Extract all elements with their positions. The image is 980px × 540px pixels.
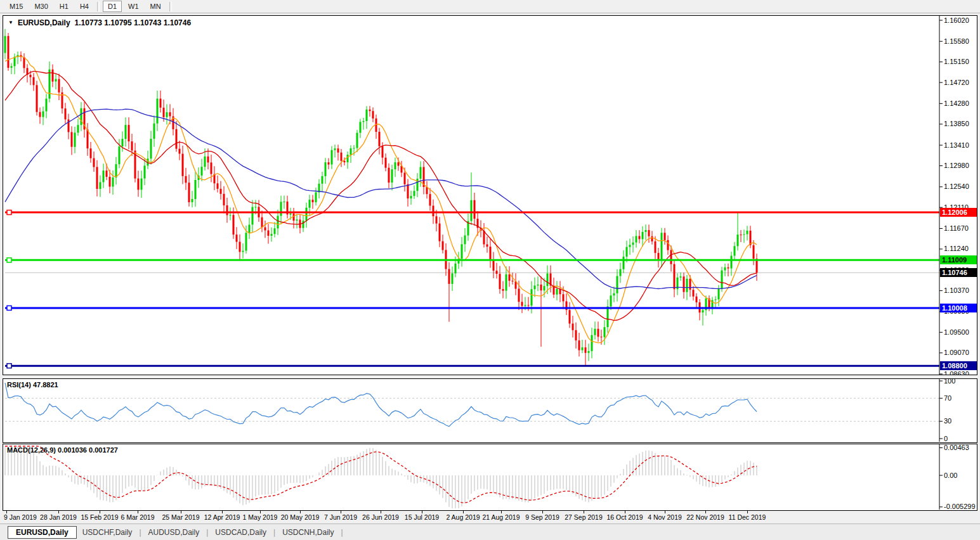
timeframe-button-w1[interactable]: W1 bbox=[123, 1, 144, 12]
tab-separator: | bbox=[139, 528, 141, 537]
mt4-chart-screen: M15M30H1H4D1W1MN ▼ EURUSD,Daily 1.10773 … bbox=[0, 0, 980, 540]
timeframe-button-m30[interactable]: M30 bbox=[29, 1, 53, 12]
macd-axis-tick: 0.00463 bbox=[944, 444, 969, 452]
price-badge-level: 1.12006 bbox=[940, 208, 977, 217]
main-chart-window[interactable]: ▼ EURUSD,Daily 1.10773 1.10795 1.10743 1… bbox=[3, 15, 977, 375]
macd-axis-tick: -0.005299 bbox=[944, 503, 976, 511]
rsi-axis-tick: 100 bbox=[944, 378, 955, 385]
toolbar-separator bbox=[97, 2, 100, 11]
rsi-axis-tick: 30 bbox=[944, 417, 951, 425]
rsi-label: RSI(14) 47.8821 bbox=[7, 381, 58, 389]
price-axis-tick: 1.10370 bbox=[944, 286, 969, 295]
price-axis-tick: 1.15150 bbox=[944, 58, 969, 66]
chart-title: ▼ EURUSD,Daily 1.10773 1.10795 1.10743 1… bbox=[8, 18, 191, 27]
price-badge-level: 1.11009 bbox=[940, 255, 977, 264]
date-label: 11 Dec 2019 bbox=[729, 513, 766, 521]
macd-indicator-window[interactable]: MACD(12,26,9) 0.001036 0.001727 0.004630… bbox=[3, 444, 977, 511]
macd-signal-line bbox=[5, 446, 757, 503]
timeframe-button-mn[interactable]: MN bbox=[145, 1, 166, 12]
ma-55-line bbox=[5, 109, 757, 288]
timeframe-button-d1[interactable]: D1 bbox=[103, 1, 122, 12]
tab-separator: | bbox=[273, 528, 275, 537]
tab-separator: | bbox=[341, 528, 343, 537]
price-axis-tick: 1.16020 bbox=[944, 16, 969, 25]
rsi-indicator-window[interactable]: RSI(14) 47.8821 10070300 bbox=[3, 378, 977, 443]
date-label: 12 Apr 2019 bbox=[204, 513, 240, 521]
price-axis-tick: 1.15580 bbox=[944, 37, 969, 46]
price-badge-current: 1.10746 bbox=[940, 268, 977, 277]
tab-eurusd-daily[interactable]: EURUSD,Daily bbox=[8, 526, 77, 539]
date-label: 2 Aug 2019 bbox=[446, 513, 480, 521]
price-badge-level: 1.08800 bbox=[940, 361, 977, 370]
tab-usdcad-daily[interactable]: USDCAD,Daily bbox=[209, 527, 272, 538]
date-label: 6 Mar 2019 bbox=[121, 513, 154, 521]
price-axis-tick: 1.09070 bbox=[944, 349, 969, 357]
price-chart-canvas[interactable] bbox=[3, 16, 977, 375]
date-label: 9 Jan 2019 bbox=[4, 513, 37, 521]
date-label: 22 Nov 2019 bbox=[686, 513, 724, 521]
date-label: 20 May 2019 bbox=[281, 513, 320, 521]
price-axis-tick: 1.11240 bbox=[944, 245, 969, 253]
ma-8-line bbox=[5, 56, 757, 343]
macd-canvas[interactable] bbox=[3, 444, 977, 510]
rsi-axis-tick: 0 bbox=[944, 435, 948, 443]
date-label: 7 Jun 2019 bbox=[324, 513, 357, 521]
ma-21-line bbox=[5, 71, 757, 320]
date-label: 1 May 2019 bbox=[243, 513, 278, 521]
tab-usdchf-daily[interactable]: USDCHF,Daily bbox=[77, 527, 138, 538]
rsi-line bbox=[5, 383, 757, 427]
timeframe-toolbar: M15M30H1H4D1W1MN bbox=[0, 0, 980, 13]
date-label: 28 Jan 2019 bbox=[40, 513, 77, 521]
price-axis-tick: 1.08630 bbox=[944, 370, 969, 376]
date-label: 15 Jul 2019 bbox=[405, 513, 439, 521]
date-label: 15 Feb 2019 bbox=[81, 513, 119, 521]
chart-ohlc-readout: 1.10773 1.10795 1.10743 1.10746 bbox=[75, 18, 192, 27]
level-anchor[interactable] bbox=[7, 258, 11, 262]
date-axis[interactable]: 9 Jan 201928 Jan 201915 Feb 20196 Mar 20… bbox=[3, 511, 977, 523]
timeframe-button-m15[interactable]: M15 bbox=[4, 1, 28, 12]
date-label: 4 Nov 2019 bbox=[648, 513, 682, 521]
price-axis-tick: 1.13410 bbox=[944, 141, 969, 150]
date-label: 27 Sep 2019 bbox=[565, 513, 603, 521]
rsi-axis-tick: 70 bbox=[944, 394, 951, 402]
level-anchor[interactable] bbox=[7, 364, 11, 368]
candles-layer bbox=[4, 29, 758, 366]
price-axis-tick: 1.11670 bbox=[944, 224, 969, 233]
date-label: 26 Jun 2019 bbox=[362, 513, 399, 521]
tab-usdcnh-daily[interactable]: USDCNH,Daily bbox=[277, 527, 339, 538]
date-label: 25 Mar 2019 bbox=[162, 513, 200, 521]
toolbar-separator bbox=[169, 2, 172, 11]
price-axis-tick: 1.14720 bbox=[944, 79, 969, 87]
chart-tab-bar: EURUSD,DailyUSDCHF,Daily|AUDUSD,Daily|US… bbox=[0, 524, 980, 540]
timeframe-button-h4[interactable]: H4 bbox=[75, 1, 94, 12]
macd-axis-tick: 0.00 bbox=[944, 472, 957, 480]
date-label: 21 Aug 2019 bbox=[483, 513, 520, 521]
price-axis-tick: 1.13850 bbox=[944, 120, 969, 128]
rsi-canvas[interactable] bbox=[3, 379, 977, 442]
macd-histogram bbox=[5, 446, 757, 508]
chart-dropdown-icon[interactable]: ▼ bbox=[8, 19, 13, 27]
price-axis-tick: 1.12980 bbox=[944, 162, 969, 170]
date-label: 9 Sep 2019 bbox=[525, 513, 559, 521]
level-anchor[interactable] bbox=[7, 305, 11, 310]
date-label: 16 Oct 2019 bbox=[606, 513, 643, 521]
macd-label: MACD(12,26,9) 0.001036 0.001727 bbox=[7, 446, 118, 454]
level-anchor[interactable] bbox=[7, 210, 11, 215]
price-axis-tick: 1.14280 bbox=[944, 100, 969, 108]
chart-symbol-title: EURUSD,Daily bbox=[18, 18, 70, 27]
price-axis-tick: 1.12540 bbox=[944, 183, 969, 191]
timeframe-button-h1[interactable]: H1 bbox=[55, 1, 74, 12]
tab-separator: | bbox=[206, 528, 208, 537]
price-badge-level: 1.10008 bbox=[940, 304, 977, 312]
tab-audusd-daily[interactable]: AUDUSD,Daily bbox=[143, 527, 206, 538]
price-axis-tick: 1.09500 bbox=[944, 328, 969, 337]
